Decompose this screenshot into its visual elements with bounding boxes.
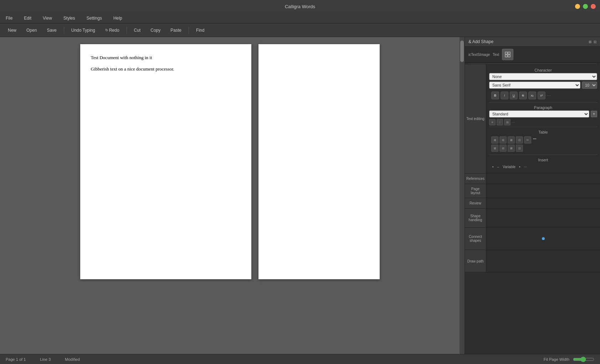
minimize-button[interactable] <box>575 4 580 9</box>
panel-header-title: & Add Shape <box>468 39 493 44</box>
draw-path-icons <box>489 252 597 270</box>
sidebar-item-draw-path[interactable]: Draw path <box>465 250 486 272</box>
table-btn-7[interactable]: ⊟ <box>499 145 507 152</box>
panel-tab-text[interactable]: Text <box>493 53 499 57</box>
underline-button[interactable]: U <box>510 92 518 99</box>
menu-styles[interactable]: Styles <box>61 15 77 21</box>
document-pages: Test Document with nothing in it Gibberi… <box>80 44 380 279</box>
new-button[interactable]: New <box>4 26 21 34</box>
sep-3 <box>489 127 597 127</box>
connect-shapes-row: Connect shapes <box>465 228 600 250</box>
references-content <box>486 173 600 184</box>
paragraph-add-button[interactable]: + <box>591 111 597 117</box>
save-button[interactable]: Save <box>42 26 61 34</box>
doc-line-2: Gibberish text on a nice document proces… <box>91 66 241 72</box>
zoom-slider[interactable] <box>573 357 594 362</box>
find-button[interactable]: Find <box>192 26 209 34</box>
close-button[interactable] <box>591 4 596 9</box>
table-btn-1[interactable]: ⊞ <box>491 136 498 144</box>
scrollbar-vertical[interactable] <box>460 37 465 354</box>
table-btn-4[interactable]: ⊡ <box>516 136 523 144</box>
maximize-button[interactable] <box>583 4 588 9</box>
insert-dot-1: • <box>491 164 495 170</box>
toolbar: New Open Save Undo Typing ↻ Redo Cut Cop… <box>0 24 600 37</box>
sidebar-item-review[interactable]: Review <box>465 198 486 209</box>
insert-ellipsis[interactable]: ··· <box>523 164 528 170</box>
superscript-button[interactable]: x² <box>538 92 545 99</box>
subscript-button[interactable]: x₂ <box>528 92 536 99</box>
panel-header: & Add Shape ⊞ ⊟ <box>465 37 600 47</box>
table-btn-9[interactable]: ⊡ <box>516 145 523 152</box>
menu-view[interactable]: View <box>41 15 54 21</box>
insert-variable[interactable]: Variable <box>502 164 517 170</box>
panel-top-row: icTextSImage Text <box>465 47 600 63</box>
font-size-select[interactable]: 10 <box>582 82 597 89</box>
panel-icon-1[interactable]: ⊞ <box>589 40 591 44</box>
page-layout-row: Page layout <box>465 184 600 198</box>
paste-button[interactable]: Paste <box>166 26 186 34</box>
scrollbar-thumb[interactable] <box>460 41 464 62</box>
insert-section-label: Insert <box>489 156 597 163</box>
menu-help[interactable]: Help <box>111 15 124 21</box>
paragraph-style-row: Standard + <box>489 110 597 118</box>
doc-line-1: Test Document with nothing in it <box>91 55 241 61</box>
panel-tab-ic-text[interactable]: icTextSImage <box>468 53 490 57</box>
table-btn-3[interactable]: ⊠ <box>508 136 515 144</box>
align-center-button[interactable]: ⊟ <box>504 119 511 125</box>
table-section-label: Table <box>489 129 597 135</box>
shape-icon-button[interactable] <box>502 49 513 60</box>
font-name-select[interactable]: Sans Serif <box>489 82 580 89</box>
menu-settings[interactable]: Settings <box>84 15 104 21</box>
page-layout-content <box>486 184 600 198</box>
document-page-2[interactable] <box>258 44 380 279</box>
font-style-row: B I U S x₂ x² ··· <box>489 90 597 101</box>
menu-edit[interactable]: Edit <box>22 15 34 21</box>
font-preset-select[interactable]: None <box>489 73 597 80</box>
shape-handling-row: Shape handling <box>465 209 600 228</box>
sidebar-item-page-layout[interactable]: Page layout <box>465 184 486 198</box>
char-more-button[interactable]: ··· <box>547 94 551 98</box>
menu-file[interactable]: File <box>4 15 15 21</box>
toolbar-separator-2 <box>127 27 127 34</box>
table-btn-5[interactable]: ✏ <box>524 136 531 144</box>
document-scroll: Test Document with nothing in it Gibberi… <box>0 37 460 354</box>
status-right: Fit Page Width <box>544 357 594 362</box>
insert-dots[interactable]: • <box>518 164 522 170</box>
right-panel: & Add Shape ⊞ ⊟ icTextSImage Text <box>465 37 600 354</box>
paragraph-style-select[interactable]: Standard <box>489 110 589 118</box>
align-left-button[interactable]: ≡ <box>489 119 496 125</box>
para-more-button[interactable]: ··· <box>512 120 516 124</box>
sep-2 <box>489 102 597 103</box>
open-button[interactable]: Open <box>22 26 41 34</box>
review-content <box>486 198 600 209</box>
insert-dot-2: – <box>496 164 501 170</box>
shape-handling-content <box>486 209 600 228</box>
svg-rect-1 <box>508 52 510 54</box>
table-icon-row-2: ⊞ ⊟ ⊠ ⊡ <box>491 145 595 152</box>
bold-button[interactable]: B <box>491 92 499 99</box>
table-btn-8[interactable]: ⊠ <box>508 145 515 152</box>
statusbar: Page 1 of 1 Line 3 Modified Fit Page Wid… <box>0 354 600 364</box>
redo-button[interactable]: ↻ Redo <box>101 26 124 34</box>
document-area: Test Document with nothing in it Gibberi… <box>0 37 465 354</box>
copy-button[interactable]: Copy <box>146 26 165 34</box>
window-controls <box>575 4 596 9</box>
sidebar-item-connect-shapes[interactable]: Connect shapes <box>465 228 486 250</box>
strikethrough-button[interactable]: S <box>519 92 527 99</box>
panel-icon-2[interactable]: ⊟ <box>594 40 596 44</box>
line-info: Line 3 <box>40 357 51 362</box>
sidebar-item-shape-handling[interactable]: Shape handling <box>465 209 486 228</box>
panel-header-icons: ⊞ ⊟ <box>589 40 596 44</box>
connect-shapes-content <box>486 228 600 250</box>
menubar: File Edit View Styles Settings Help <box>0 13 600 24</box>
connect-shapes-icons <box>489 230 597 248</box>
sidebar-item-references[interactable]: References <box>465 173 486 184</box>
table-btn-2[interactable]: ⊟ <box>499 136 507 144</box>
sidebar-item-text-editing[interactable]: Text editing <box>465 64 486 173</box>
cut-button[interactable]: Cut <box>130 26 145 34</box>
align-list-button[interactable]: ⁝ <box>497 119 503 125</box>
table-btn-6[interactable]: ⊞ <box>491 145 498 152</box>
undo-button[interactable]: Undo Typing <box>67 26 99 34</box>
document-page-1[interactable]: Test Document with nothing in it Gibberi… <box>80 44 251 279</box>
italic-button[interactable]: I <box>501 92 508 99</box>
